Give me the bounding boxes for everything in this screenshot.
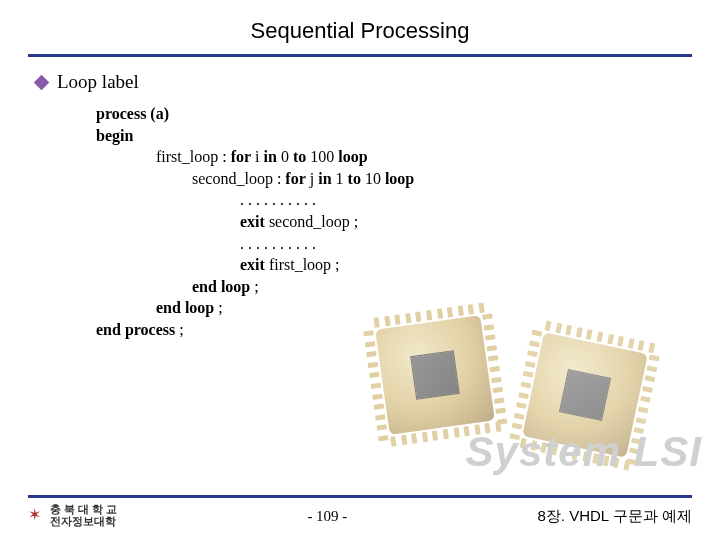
page-number: - 109 - [307,508,347,525]
code-line: . . . . . . . . . . [96,191,316,208]
university-label: 충 북 대 학 교 전자정보대학 [50,504,117,527]
code-text [96,299,156,316]
page-title: Sequential Processing [0,0,720,54]
code-text: ; [214,299,222,316]
code-text: first_loop : [96,148,231,165]
uni-line2: 전자정보대학 [50,516,117,528]
bullet-text: Loop label [57,71,139,93]
kw-to: to [293,148,306,165]
footer-left: 충 북 대 학 교 전자정보대학 [28,504,117,527]
code-text: first_loop ; [265,256,340,273]
code-text: 10 [361,170,385,187]
code-text: second_loop ; [265,213,358,230]
kw-end-loop: end loop [156,299,214,316]
footer: 충 북 대 학 교 전자정보대학 - 109 - 8장. VHDL 구문과 예제 [28,502,692,530]
kw-loop: loop [338,148,367,165]
code-text: ; [175,321,183,338]
title-divider [28,54,692,57]
bullet-row: Loop label [36,71,720,93]
code-text: ; [250,278,258,295]
code-text: second_loop : [96,170,285,187]
code-line: . . . . . . . . . . [96,235,316,252]
star-icon [28,508,44,524]
kw-loop: loop [385,170,414,187]
kw-to: to [348,170,361,187]
kw-end-loop: end loop [192,278,250,295]
kw-for: for [231,148,251,165]
chapter-label: 8장. VHDL 구문과 예제 [538,507,692,526]
diamond-bullet-icon [34,74,50,90]
code-text: 0 [277,148,293,165]
code-text [96,256,240,273]
code-block: process (a) begin first_loop : for i in … [96,103,720,341]
footer-divider [28,495,692,498]
code-text: 1 [332,170,348,187]
kw-for: for [285,170,305,187]
code-text: i [251,148,263,165]
kw-end-process: end process [96,321,175,338]
code-text: 100 [306,148,338,165]
kw-exit: exit [240,213,265,230]
code-line: begin [96,127,133,144]
code-text: j [306,170,318,187]
kw-in: in [318,170,331,187]
kw-in: in [264,148,277,165]
code-text [96,213,240,230]
code-line: process (a) [96,105,169,122]
kw-exit: exit [240,256,265,273]
code-text [96,278,192,295]
watermark-text: System LSI [466,428,702,476]
